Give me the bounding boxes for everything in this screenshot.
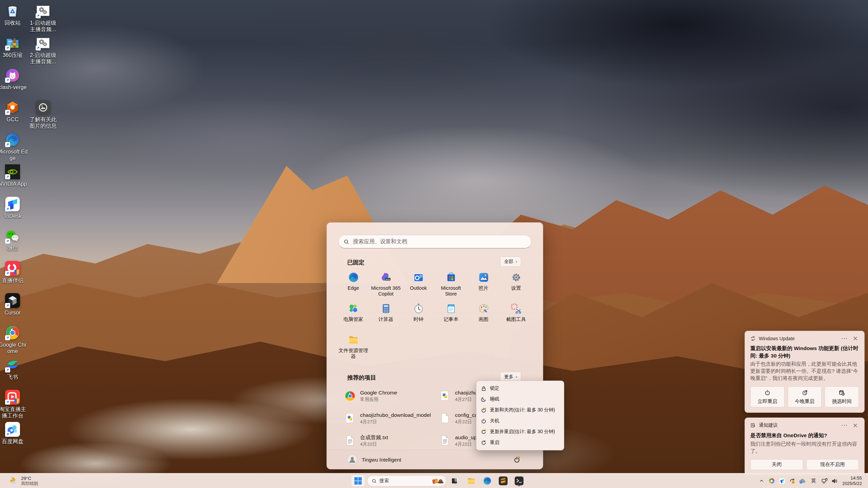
taskbar-app-file-explorer[interactable]	[465, 475, 478, 487]
power-menu-shutdown[interactable]: 关机	[476, 415, 564, 426]
pinned-app-notepad[interactable]: 记事本	[435, 301, 467, 332]
pinned-app-outlook[interactable]: Outlook	[402, 270, 435, 301]
toast-title: 是否禁用来自 OneDrive 的通知?	[745, 432, 864, 439]
pinned-app-paint[interactable]: 画图	[467, 301, 500, 332]
power-button[interactable]	[511, 454, 522, 465]
start-search-box[interactable]	[338, 235, 531, 248]
overlapping-windows-icon	[451, 476, 460, 485]
pinned-app-file-explorer[interactable]: 文件资源管理器	[337, 332, 370, 364]
desktop-icon-recycle-bin[interactable]: 回收站	[0, 3, 28, 26]
sublime-text-icon	[499, 476, 508, 485]
desktop-icon-chrome[interactable]: Google Chrome	[0, 325, 28, 354]
desktop-icon-taobao-live[interactable]: 淘宝直播主播工作台	[0, 390, 28, 419]
shortcut-arrow-icon	[5, 206, 10, 211]
folder-icon	[467, 476, 476, 485]
desktop-icon-gcc[interactable]: GCC	[0, 100, 28, 123]
restart-tonight-button[interactable]: 今晚重启	[788, 386, 822, 407]
tray-volume-icon[interactable]	[830, 475, 839, 486]
taskbar-weather-widget[interactable]: 29°C局部晴朗	[5, 473, 41, 488]
power-menu-restart[interactable]: 重启	[476, 437, 564, 448]
edge-icon	[483, 476, 492, 485]
clock-date: 2025/5/22	[842, 481, 862, 486]
desktop-icon-clash-verge[interactable]: clash-verge	[0, 68, 28, 90]
pinned-all-button[interactable]: 全部›	[500, 257, 521, 267]
shortcut-arrow-icon	[5, 142, 10, 147]
windows-update-sync-icon	[750, 336, 756, 341]
search-input[interactable]	[352, 238, 526, 245]
zip-folder-icon: 360ZIP	[5, 36, 20, 50]
desktop-icon-todesk[interactable]: ToDesk	[0, 197, 28, 219]
pinned-app-photos[interactable]: 照片	[467, 270, 500, 301]
toast-app-name: Windows Update	[759, 336, 795, 341]
wechat-icon	[5, 229, 20, 244]
running-indicator	[518, 485, 520, 486]
tray-show-hidden-icons[interactable]	[757, 475, 766, 486]
desktop-icon-edge[interactable]: Microsoft Edge	[0, 132, 28, 161]
close-icon[interactable]	[852, 336, 859, 341]
user-avatar[interactable]	[347, 454, 357, 465]
search-icon	[372, 479, 377, 484]
recommended-item-chrome[interactable]: Google Chrome常用应用	[341, 385, 436, 407]
live-companion-icon	[5, 261, 20, 276]
desktop-icon-wechat[interactable]: 微信	[0, 229, 28, 251]
desktop-icon-nvidia[interactable]: NVIDIA App	[0, 164, 28, 187]
taskbar-app-edge[interactable]	[480, 475, 494, 487]
more-options-icon[interactable]	[840, 424, 849, 427]
feishu-icon	[5, 358, 20, 372]
tray-app-pinwheel-icon[interactable]	[767, 475, 776, 486]
notification-suggestion-icon	[750, 423, 756, 428]
pinned-app-edge[interactable]: Edge	[337, 270, 370, 301]
taskbar-app-widgets[interactable]	[449, 475, 462, 487]
cat-app-icon	[5, 68, 20, 83]
pick-time-button[interactable]: 挑选时间	[825, 386, 859, 407]
edge-icon	[5, 132, 20, 147]
shortcut-arrow-icon	[5, 110, 10, 115]
recommended-item-python-file[interactable]: chaojizhubo_download_model.py4月27日	[341, 407, 436, 429]
desktop-icon-cursor[interactable]: Cursor	[0, 293, 28, 316]
pinned-app-settings[interactable]: 设置	[500, 270, 532, 301]
power-menu-update-restart[interactable]: 更新并重启(估计: 最多 30 分钟)	[476, 426, 564, 437]
pinned-app-snipping-tool[interactable]: 截图工具	[500, 301, 532, 332]
start-button[interactable]	[351, 475, 365, 487]
recommended-item-text-file[interactable]: 合成音频.txt4月22日	[341, 429, 436, 452]
close-icon[interactable]	[852, 423, 859, 428]
tray-update-pending-icon[interactable]	[788, 475, 796, 486]
desktop-icon-spotlight-info[interactable]: 了解有关此图片的信息	[28, 100, 58, 129]
desktop-icon-live-companion[interactable]: 直播伴侣	[0, 261, 28, 284]
desktop-icon-feishu[interactable]: 飞书	[0, 358, 28, 380]
pinned-app-store[interactable]: Microsoft Store	[435, 270, 467, 301]
pinned-app-copilot[interactable]: M365Microsoft 365 Copilot	[370, 270, 402, 301]
user-name[interactable]: Tingwu Intelligent	[362, 457, 401, 463]
power-menu-sleep[interactable]: 睡眠	[476, 394, 564, 405]
power-menu-update-shutdown[interactable]: 更新和关闭(估计: 最多 30 分钟)	[476, 405, 564, 415]
taobao-live-icon	[5, 390, 20, 405]
pinned-app-pc-manager[interactable]: 电脑管家	[337, 301, 370, 332]
taskbar-clock[interactable]: 14:55 2025/5/22	[840, 475, 864, 486]
taskbar-app-sublime[interactable]	[496, 475, 510, 487]
chevron-right-icon: ›	[516, 259, 517, 264]
notification-suggestion-toast: 通知建议 是否禁用来自 OneDrive 的通知? 我们注意到你已经有一段时间没…	[745, 418, 865, 475]
image-info-icon	[36, 100, 51, 115]
shortcut-arrow-icon	[5, 432, 10, 437]
weather-temp: 29°C	[21, 476, 38, 481]
desktop-icon-launch-audio-2[interactable]: 2-启动超级主播音频...	[28, 36, 58, 65]
tray-ime-indicator[interactable]: 英	[808, 475, 818, 486]
tray-onedrive-cloud-icon[interactable]	[798, 475, 807, 486]
not-now-button[interactable]: 现在不启用	[806, 459, 859, 470]
pinned-app-calculator[interactable]: 计算器	[370, 301, 402, 332]
taskbar-search-box[interactable]: 搜索	[367, 475, 446, 486]
restart-now-button[interactable]: 立即重启	[750, 386, 785, 407]
taskbar-app-terminal[interactable]	[512, 475, 526, 487]
shortcut-arrow-icon	[5, 335, 10, 340]
more-options-icon[interactable]	[840, 337, 849, 340]
power-menu-lock[interactable]: 锁定	[476, 383, 564, 394]
recycle-bin-icon	[5, 3, 20, 18]
desktop-icon-launch-audio-1[interactable]: 1-启动超级主播音频...	[28, 3, 58, 33]
tray-app-todesk-icon[interactable]	[777, 475, 786, 486]
tray-network-icon[interactable]	[820, 475, 829, 486]
desktop-icon-360zip[interactable]: 360ZIP 360压缩	[0, 36, 28, 58]
desktop-icon-baidu-netdisk[interactable]: 百度网盘	[0, 422, 28, 445]
shortcut-arrow-icon	[36, 13, 41, 18]
pinned-app-clock[interactable]: 时钟	[402, 301, 435, 332]
turn-off-button[interactable]: 关闭	[750, 459, 803, 470]
